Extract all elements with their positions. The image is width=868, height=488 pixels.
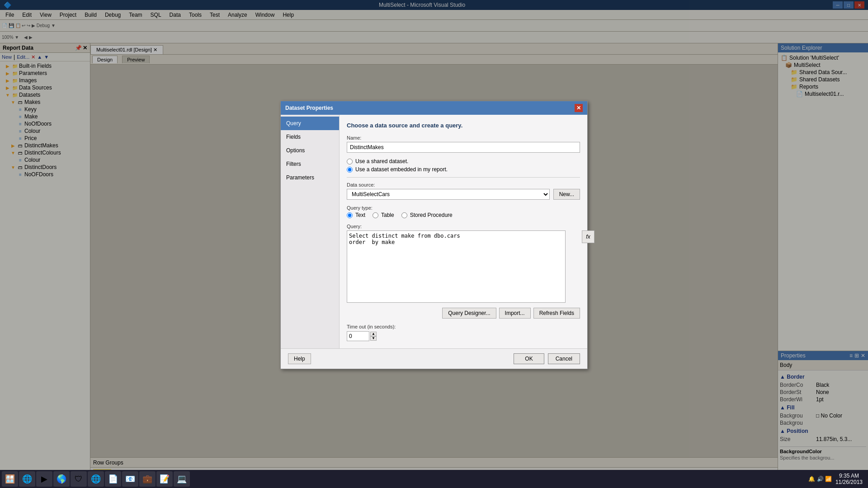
query-designer-button[interactable]: Query Designer... xyxy=(442,308,496,319)
stored-proc-label: Stored Procedure xyxy=(410,212,453,218)
table-radio-row: Table xyxy=(373,212,394,218)
query-textarea-container: Select distinct make from dbo.cars order… xyxy=(347,230,566,304)
datasource-group: Data source: MultiSelectCars New... xyxy=(347,182,580,200)
dialog-close-button[interactable]: ✕ xyxy=(575,104,583,112)
dialog-title: Dataset Properties xyxy=(285,105,333,111)
sidebar-options[interactable]: Options xyxy=(281,144,339,157)
text-radio[interactable] xyxy=(347,212,353,218)
name-group: Name: xyxy=(347,135,580,153)
embedded-dataset-radio-row: Use a dataset embedded in my report. xyxy=(347,166,580,173)
dataset-properties-dialog: Dataset Properties ✕ Query Fields Option… xyxy=(280,101,588,369)
sidebar-fields[interactable]: Fields xyxy=(281,130,339,144)
timeout-label: Time out (in seconds): xyxy=(347,324,396,329)
datasource-select[interactable]: MultiSelectCars xyxy=(347,189,550,200)
footer-buttons: OK Cancel xyxy=(514,353,580,364)
timeout-spinner: ▲ ▼ xyxy=(370,332,377,341)
query-container: Select distinct make from dbo.cars order… xyxy=(347,230,580,304)
querytype-label: Query type: xyxy=(347,205,580,211)
text-label: Text xyxy=(355,212,365,218)
query-label: Query: xyxy=(347,224,580,229)
embedded-dataset-radio[interactable] xyxy=(347,167,353,173)
query-textarea[interactable]: Select distinct make from dbo.cars order… xyxy=(347,230,566,303)
dialog-title-bar: Dataset Properties ✕ xyxy=(281,101,587,115)
dialog-body: Query Fields Options Filters Parameters … xyxy=(281,115,587,348)
dialog-content: Choose a data source and create a query.… xyxy=(340,115,587,348)
timeout-down-btn[interactable]: ▼ xyxy=(370,336,377,341)
sidebar-filters[interactable]: Filters xyxy=(281,157,339,171)
sidebar-parameters[interactable]: Parameters xyxy=(281,171,339,184)
dialog-overlay: Dataset Properties ✕ Query Fields Option… xyxy=(0,0,868,470)
taskbar-app6[interactable]: 📄 xyxy=(105,471,121,487)
clock: 9:35 AM 11/26/2013 xyxy=(835,473,863,485)
taskbar-app5[interactable]: 🌐 xyxy=(88,471,104,487)
shared-dataset-radio[interactable] xyxy=(347,159,353,164)
taskbar: 🪟 🌐 ▶ 🌎 🛡 🌐 📄 📧 💼 📝 💻 🔔 🔊 📶 9:35 AM 11/2… xyxy=(0,470,868,488)
timeout-input[interactable] xyxy=(347,331,369,341)
dataset-type-group: Use a shared dataset. Use a dataset embe… xyxy=(347,158,580,173)
name-input[interactable] xyxy=(347,142,580,153)
query-action-row: Query Designer... Import... Refresh Fiel… xyxy=(347,308,580,319)
name-label: Name: xyxy=(347,135,580,141)
querytype-group: Query type: Text Table Stored Procedu xyxy=(347,205,580,218)
shared-dataset-label: Use a shared dataset. xyxy=(355,158,408,164)
dialog-footer: Help OK Cancel xyxy=(281,348,587,369)
taskbar-app3[interactable]: 🌎 xyxy=(53,471,70,487)
ok-button[interactable]: OK xyxy=(514,353,544,364)
timeout-group: Time out (in seconds): xyxy=(347,324,580,329)
stored-proc-radio[interactable] xyxy=(401,212,407,218)
query-type-row: Text Table Stored Procedure xyxy=(347,212,580,218)
taskbar-app2[interactable]: ▶ xyxy=(36,471,52,487)
refresh-fields-button[interactable]: Refresh Fields xyxy=(533,308,580,319)
taskbar-app1[interactable]: 🌐 xyxy=(19,471,35,487)
taskbar-right: 🔔 🔊 📶 9:35 AM 11/26/2013 xyxy=(808,473,866,485)
datasource-label: Data source: xyxy=(347,182,580,188)
help-button[interactable]: Help xyxy=(288,353,311,364)
sidebar-query[interactable]: Query xyxy=(281,117,339,130)
start-button[interactable]: 🪟 xyxy=(2,471,18,487)
embedded-dataset-label: Use a dataset embedded in my report. xyxy=(355,166,448,173)
time: 9:35 AM xyxy=(835,473,863,479)
separator1 xyxy=(347,177,580,178)
date: 11/26/2013 xyxy=(835,479,863,485)
table-label: Table xyxy=(381,212,394,218)
datasource-row: MultiSelectCars New... xyxy=(347,189,580,200)
timeout-input-row: ▲ ▼ xyxy=(347,331,580,341)
taskbar-app7[interactable]: 📧 xyxy=(122,471,138,487)
query-group: Query: Select distinct make from dbo.car… xyxy=(347,224,580,319)
taskbar-app8[interactable]: 💼 xyxy=(139,471,156,487)
dialog-heading: Choose a data source and create a query. xyxy=(347,122,580,129)
taskbar-app9[interactable]: 📝 xyxy=(156,471,173,487)
timeout-up-btn[interactable]: ▲ xyxy=(370,332,377,336)
dialog-sidebar: Query Fields Options Filters Parameters xyxy=(281,115,340,348)
text-radio-row: Text xyxy=(347,212,365,218)
taskbar-app4[interactable]: 🛡 xyxy=(71,471,87,487)
taskbar-icons: 🔔 🔊 📶 xyxy=(808,476,832,482)
cancel-button[interactable]: Cancel xyxy=(548,353,580,364)
fx-button[interactable]: fx xyxy=(582,230,594,243)
table-radio[interactable] xyxy=(373,212,378,218)
taskbar-app10[interactable]: 💻 xyxy=(174,471,190,487)
shared-dataset-radio-row: Use a shared dataset. xyxy=(347,158,580,164)
new-datasource-button[interactable]: New... xyxy=(553,189,580,200)
stored-proc-radio-row: Stored Procedure xyxy=(401,212,453,218)
import-button[interactable]: Import... xyxy=(499,308,531,319)
